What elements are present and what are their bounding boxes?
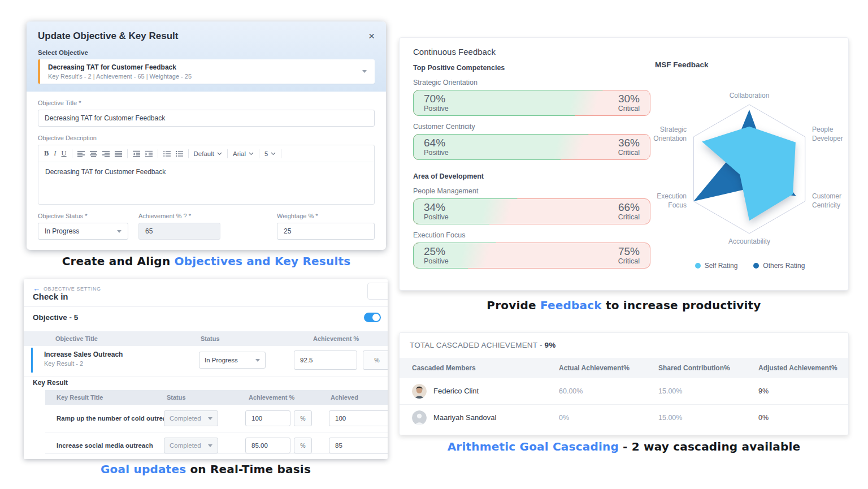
percent-suffix: % [294, 438, 312, 453]
section-header-positive: Top Positive Competencies [413, 64, 650, 72]
bold-icon[interactable]: B [44, 149, 49, 158]
critical-label: Critical [618, 149, 640, 157]
selected-objective-title: Decreasing TAT for Customer Feedback [48, 63, 192, 71]
total-cascaded-value: 9% [545, 341, 556, 349]
objective-status-select[interactable]: In Progress [38, 223, 128, 240]
achievement-input[interactable]: 92.5 [294, 350, 357, 370]
align-center-icon[interactable] [90, 150, 97, 157]
kr-achievement-input[interactable]: 85.00 [245, 438, 290, 453]
italic-icon[interactable]: I [54, 149, 56, 158]
objective-label: Objective - 5 [33, 313, 78, 322]
legend-label: Self Rating [705, 262, 738, 270]
chevron-down-icon [208, 444, 212, 447]
col-kr-title: Key Result Title [57, 394, 103, 401]
kr-achieved-input[interactable]: 85 [329, 438, 388, 453]
kr-status-select[interactable]: Completed [164, 438, 218, 453]
underline-icon[interactable]: U [62, 149, 67, 158]
align-right-icon[interactable] [102, 150, 110, 157]
critical-pct: 75% [618, 246, 640, 258]
select-objective-label: Select Objective [38, 49, 375, 56]
adjusted-achievement: 9% [758, 387, 769, 395]
positive-pct: 64% [424, 137, 449, 149]
competency-label: Customer Centricity [413, 123, 650, 131]
back-label: OBJECTIVE SETTING [44, 286, 101, 292]
col-kr-achievement: Achievement % [249, 394, 294, 401]
legend-item: Others Rating [753, 262, 805, 270]
caption-feedback: Provide Feedback to increase productivit… [399, 298, 849, 312]
critical-label: Critical [618, 213, 640, 221]
caption-goal-updates: Goal updates on Real-Time basis [24, 462, 388, 476]
radar-axis-label: Execution [657, 192, 687, 200]
objective-title-label: Objective Title * [38, 99, 375, 106]
style-dropdown[interactable]: Default [194, 150, 222, 157]
positive-label: Positive [424, 149, 449, 157]
achievement-label: Achievement % ? * [138, 213, 220, 219]
bullet-list-icon[interactable] [163, 150, 171, 157]
radar-axis-label: Customer [812, 192, 841, 200]
avatar-placeholder [412, 410, 427, 425]
col-shared-contribution: Shared Contribution% [658, 364, 730, 372]
objective-select[interactable]: Decreasing TAT for Customer Feedback Key… [38, 59, 375, 84]
update-okr-modal: Update Objective & Key Result × Select O… [27, 21, 386, 250]
legend-dot-icon [753, 263, 759, 269]
competency-label: People Management [413, 187, 650, 195]
align-parent-label: Align To Parent Objective * [138, 249, 263, 250]
competency-label: Execution Focus [413, 231, 650, 239]
critical-pct: 66% [618, 202, 640, 214]
weightage-input[interactable]: 25 [277, 223, 375, 240]
objective-title-input[interactable]: Decreasing TAT for Customer Feedback [38, 110, 375, 127]
description-textarea[interactable]: Decreasing TAT for Customer Feedback [38, 162, 374, 204]
radar-axis-label: Orientation [653, 135, 687, 142]
align-justify-icon[interactable] [115, 150, 122, 157]
section-header-development: Area of Development [413, 172, 650, 180]
kr-status-select[interactable]: Completed [164, 410, 218, 426]
font-dropdown[interactable]: Arial [233, 150, 254, 157]
row-accent-bar [31, 348, 33, 373]
continuous-feedback-panel: Continuous Feedback Top Positive Compete… [399, 37, 849, 291]
page-title: Check in [33, 292, 68, 301]
divider [227, 149, 228, 158]
chevron-down-icon [249, 152, 254, 155]
objective-row-subtitle: Key Result - 2 [44, 360, 83, 367]
msf-feedback-title: MSF Feedback [655, 60, 709, 69]
msf-radar-chart: CollaborationPeopleDeveloperCustomerCent… [643, 69, 849, 256]
col-cascaded-members: Cascaded Members [412, 364, 476, 372]
feedback-bar: 70%Positive30%Critical [413, 90, 650, 116]
status-select[interactable]: In Progress [199, 352, 266, 369]
positive-pct: 70% [424, 93, 449, 105]
indent-icon[interactable] [145, 150, 153, 157]
critical-label: Critical [618, 105, 640, 112]
col-status: Status [201, 335, 220, 342]
critical-pct: 36% [618, 137, 640, 149]
divider [259, 149, 259, 158]
align-left-icon[interactable] [77, 150, 85, 157]
radar-axis-label: Accountability [728, 237, 770, 245]
positive-pct: 34% [424, 202, 449, 214]
caption-okr: Create and Align Objectives and Key Resu… [27, 254, 386, 268]
size-dropdown[interactable]: 5 [264, 150, 276, 157]
numbered-list-icon[interactable] [176, 150, 183, 157]
divider [45, 432, 388, 432]
adjusted-achievement: 0% [758, 414, 769, 422]
cutoff-button[interactable] [367, 283, 388, 300]
critical-label: Critical [618, 257, 640, 265]
weightage-label: Weightage % * [277, 213, 375, 219]
shared-contribution: 15.00% [658, 387, 682, 395]
objective-toggle[interactable] [364, 313, 381, 322]
outdent-icon[interactable] [133, 150, 140, 157]
legend-dot-icon [695, 263, 701, 269]
kr-achieved-input[interactable]: 100 [329, 410, 388, 426]
objective-status-label: Objective Status * [38, 213, 128, 219]
table-row: Maariyah Sandoval 0% 15.00% 0% [400, 404, 848, 430]
radar-axis-label: People [812, 126, 834, 133]
positive-label: Positive [424, 105, 449, 112]
critical-pct: 30% [618, 93, 640, 105]
panel-title: Continuous Feedback [413, 47, 496, 57]
kr-achievement-input[interactable]: 100 [245, 410, 290, 426]
chevron-down-icon [255, 359, 260, 362]
chevron-down-icon [271, 152, 276, 155]
chevron-down-icon [208, 417, 212, 420]
avatar [412, 384, 427, 399]
actual-achievement: 0% [559, 414, 569, 422]
close-icon[interactable]: × [368, 31, 375, 41]
